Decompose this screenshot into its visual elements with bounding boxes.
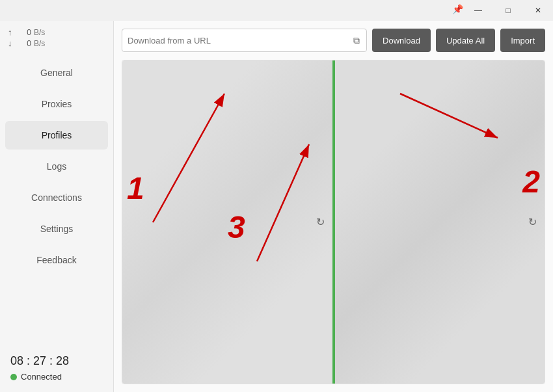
profile-panel-left: ↻ [122, 60, 332, 384]
status-label: Connected [21, 372, 62, 382]
copy-icon[interactable]: ⧉ [352, 34, 361, 47]
download-value: 0 [18, 39, 31, 48]
download-button[interactable]: Download [372, 29, 431, 52]
upload-unit: B/s [34, 28, 45, 37]
traffic-info: ↑ 0 B/s ↓ 0 B/s [0, 21, 113, 52]
status-dot-icon [10, 374, 17, 380]
download-traffic: ↓ 0 B/s [8, 38, 105, 48]
minimize-button[interactable]: — [463, 0, 493, 21]
download-unit: B/s [34, 39, 45, 48]
time-display: 08 : 27 : 28 [10, 354, 103, 368]
profile-panel-right: ↻ [335, 60, 545, 384]
title-bar: 📌 — □ ✕ [0, 0, 553, 21]
sidebar-item-profiles[interactable]: Profiles [5, 121, 108, 150]
close-button[interactable]: ✕ [523, 0, 553, 21]
refresh-left-icon[interactable]: ↻ [316, 216, 325, 228]
sidebar-item-general[interactable]: General [5, 59, 108, 87]
profiles-area: ↻ ↻ [122, 60, 545, 384]
sidebar: ↑ 0 B/s ↓ 0 B/s General Proxies Profiles… [0, 21, 114, 392]
import-button[interactable]: Import [500, 29, 545, 52]
toolbar: ⧉ Download Update All Import [122, 29, 545, 52]
main-content: ⧉ Download Update All Import ↻ ↻ [114, 21, 553, 392]
sidebar-item-proxies[interactable]: Proxies [5, 90, 108, 118]
app-container: ↑ 0 B/s ↓ 0 B/s General Proxies Profiles… [0, 21, 553, 392]
connection-status: Connected [10, 372, 103, 382]
url-input-wrapper: ⧉ [122, 29, 367, 52]
profile-panel-left-content: ↻ [122, 60, 332, 384]
pin-icon[interactable]: 📌 [452, 4, 463, 14]
url-input[interactable] [128, 36, 352, 46]
profile-panel-right-content: ↻ [335, 60, 545, 384]
update-all-button[interactable]: Update All [436, 29, 495, 52]
sidebar-bottom: 08 : 27 : 28 Connected [0, 346, 113, 392]
sidebar-item-connections[interactable]: Connections [5, 183, 108, 212]
upload-arrow-icon: ↑ [8, 27, 16, 37]
refresh-right-icon[interactable]: ↻ [528, 216, 537, 228]
sidebar-item-feedback[interactable]: Feedback [5, 246, 108, 274]
window-controls: — □ ✕ [463, 0, 553, 21]
sidebar-item-logs[interactable]: Logs [5, 152, 108, 181]
upload-value: 0 [18, 28, 31, 37]
download-arrow-icon: ↓ [8, 38, 16, 48]
sidebar-item-settings[interactable]: Settings [5, 215, 108, 243]
maximize-button[interactable]: □ [493, 0, 523, 21]
upload-traffic: ↑ 0 B/s [8, 27, 105, 37]
nav-menu: General Proxies Profiles Logs Connection… [0, 52, 113, 346]
